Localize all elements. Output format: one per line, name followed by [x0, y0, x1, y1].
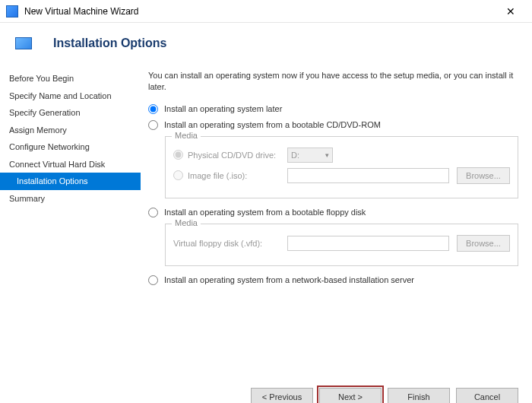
- radio-install-cd[interactable]: [148, 120, 158, 130]
- wizard-icon: [15, 37, 32, 49]
- floppy-label: Virtual floppy disk (.vfd):: [173, 239, 280, 248]
- close-button[interactable]: ✕: [496, 1, 526, 22]
- intro-text: You can install an operating system now …: [148, 70, 518, 94]
- window-title: New Virtual Machine Wizard: [24, 6, 496, 17]
- step-configure-networking[interactable]: Configure Networking: [0, 138, 141, 156]
- radio-physical-drive: [173, 150, 183, 160]
- option-install-later[interactable]: Install an operating system later: [148, 104, 518, 114]
- step-assign-memory[interactable]: Assign Memory: [0, 122, 141, 139]
- radio-image-file: [173, 170, 183, 180]
- previous-button[interactable]: < Previous: [251, 388, 313, 403]
- label-install-network: Install an operating system from a netwo…: [164, 275, 414, 284]
- floppy-fieldset: Media Virtual floppy disk (.vfd): Browse…: [165, 224, 518, 266]
- next-button[interactable]: Next >: [319, 388, 382, 403]
- page-title: Installation Options: [53, 36, 166, 50]
- finish-button[interactable]: Finish: [388, 388, 450, 403]
- option-install-network[interactable]: Install an operating system from a netwo…: [148, 275, 518, 285]
- physical-drive-option: Physical CD/DVD drive:: [173, 150, 280, 160]
- image-file-input: [287, 168, 449, 183]
- media-fieldset: Media Physical CD/DVD drive: D: Image fi…: [165, 136, 518, 198]
- wizard-header: Installation Options: [0, 23, 532, 64]
- label-install-floppy: Install an operating system from a boota…: [164, 208, 366, 217]
- floppy-file-input: [287, 236, 449, 251]
- browse-vfd-button: Browse...: [457, 235, 510, 252]
- cancel-button[interactable]: Cancel: [456, 388, 518, 403]
- step-summary[interactable]: Summary: [0, 190, 141, 208]
- step-specify-generation[interactable]: Specify Generation: [0, 104, 141, 122]
- step-connect-disk[interactable]: Connect Virtual Hard Disk: [0, 156, 141, 173]
- label-image-file: Image file (.iso):: [188, 171, 247, 180]
- step-installation-options[interactable]: Installation Options: [0, 173, 141, 190]
- label-physical-drive: Physical CD/DVD drive:: [188, 151, 276, 160]
- content-panel: You can install an operating system now …: [141, 64, 532, 376]
- radio-install-network[interactable]: [148, 275, 158, 285]
- floppy-legend: Media: [172, 218, 201, 227]
- image-file-option: Image file (.iso):: [173, 170, 280, 180]
- titlebar: New Virtual Machine Wizard ✕: [0, 0, 532, 23]
- step-before-you-begin[interactable]: Before You Begin: [0, 70, 141, 87]
- radio-install-floppy[interactable]: [148, 208, 158, 217]
- label-install-later: Install an operating system later: [164, 104, 282, 113]
- option-install-cd[interactable]: Install an operating system from a boota…: [148, 120, 518, 130]
- step-specify-name[interactable]: Specify Name and Location: [0, 87, 141, 105]
- label-install-cd: Install an operating system from a boota…: [164, 120, 381, 129]
- media-legend: Media: [172, 131, 201, 140]
- wizard-footer: < Previous Next > Finish Cancel: [0, 376, 532, 403]
- radio-install-later[interactable]: [148, 104, 158, 114]
- drive-select: D:: [287, 148, 333, 163]
- option-install-floppy[interactable]: Install an operating system from a boota…: [148, 208, 518, 217]
- app-icon: [6, 5, 18, 17]
- browse-iso-button: Browse...: [457, 167, 510, 184]
- wizard-steps-sidebar: Before You Begin Specify Name and Locati…: [0, 64, 141, 376]
